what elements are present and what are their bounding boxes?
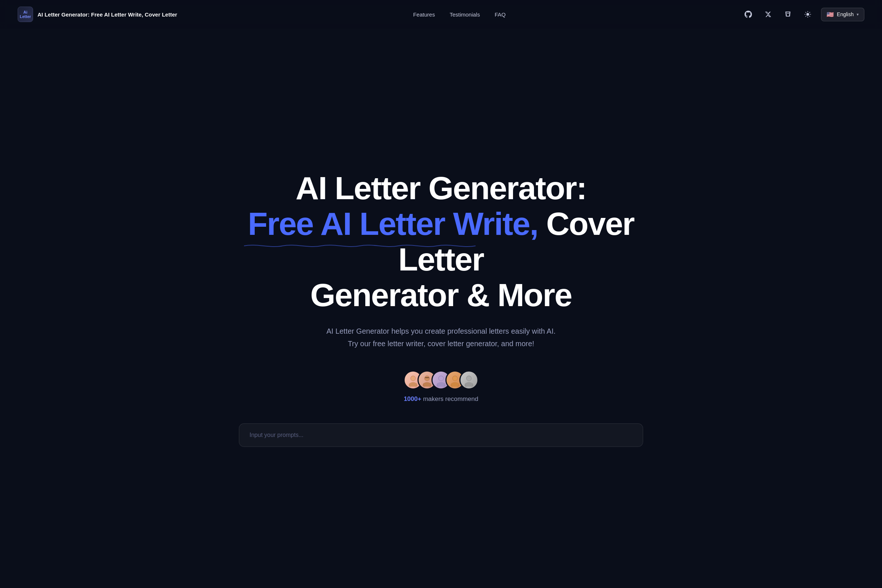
github-icon[interactable] [742, 8, 755, 21]
svg-point-20 [467, 376, 471, 381]
svg-point-12 [439, 376, 444, 381]
makers-recommend-text: makers recommend [423, 395, 478, 402]
avatar [459, 370, 478, 390]
hero-subtitle: AI Letter Generator helps you create pro… [326, 325, 556, 350]
chevron-down-icon: ▾ [856, 12, 859, 17]
hero-title-line1: AI Letter Generator: [296, 170, 586, 206]
svg-point-7 [425, 376, 430, 381]
x-twitter-icon[interactable] [762, 8, 775, 21]
navbar-center: Features Testimonials FAQ [413, 11, 506, 18]
hero-section: AI Letter Generator: Free AI Letter Writ… [0, 0, 882, 588]
hero-title: AI Letter Generator: Free AI Letter Writ… [210, 171, 672, 313]
nav-faq[interactable]: FAQ [495, 11, 506, 18]
nav-features[interactable]: Features [413, 11, 435, 18]
svg-point-0 [806, 13, 809, 16]
squiggle-decoration [244, 243, 476, 248]
nav-testimonials[interactable]: Testimonials [450, 11, 480, 18]
hero-title-highlight: Free AI Letter Write, [248, 206, 546, 242]
social-proof: 1000+ makers recommend [404, 370, 478, 403]
svg-rect-9 [425, 377, 429, 378]
hero-title-line3: Generator & More [310, 277, 572, 313]
coffee-icon[interactable] [781, 8, 795, 21]
language-flag: 🇺🇸 [826, 11, 834, 18]
site-title: AI Letter Generator: Free AI Letter Writ… [38, 11, 177, 18]
svg-point-16 [453, 376, 458, 381]
language-selector[interactable]: 🇺🇸 English ▾ [821, 8, 864, 21]
prompt-input[interactable] [249, 432, 633, 438]
prompt-input-area [239, 423, 643, 447]
navbar-left: Ai Letter AI Letter Generator: Free AI L… [18, 7, 177, 22]
makers-count: 1000+ [404, 395, 422, 402]
makers-recommend: 1000+ makers recommend [404, 395, 478, 403]
language-label: English [837, 11, 854, 17]
avatars-group [404, 370, 478, 390]
svg-point-3 [411, 376, 416, 381]
logo: Ai Letter [18, 7, 33, 22]
theme-toggle-icon[interactable] [801, 8, 814, 21]
navbar: Ai Letter AI Letter Generator: Free AI L… [0, 0, 882, 28]
navbar-right: 🇺🇸 English ▾ [742, 8, 864, 21]
